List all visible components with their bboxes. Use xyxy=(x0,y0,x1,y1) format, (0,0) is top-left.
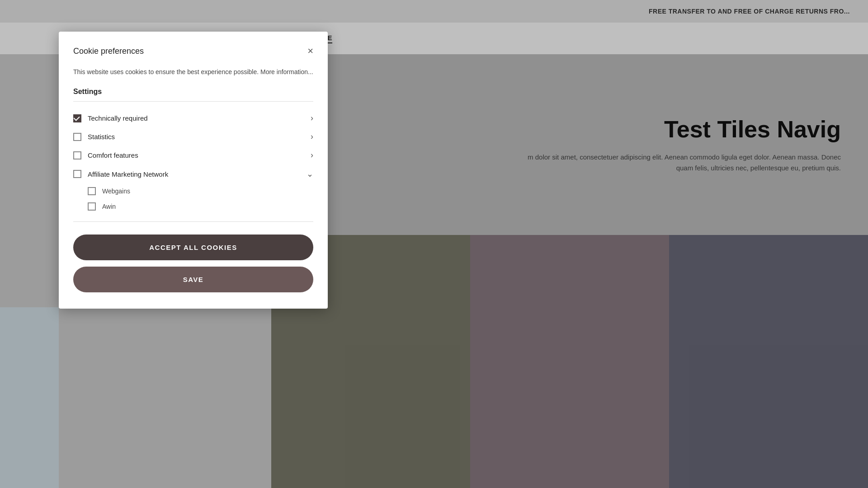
cookie-item-technically-required: Technically required › xyxy=(73,109,313,127)
cookie-item-comfort-features: Comfort features › xyxy=(73,146,313,164)
settings-label: Settings xyxy=(73,88,313,96)
sub-label-webgains: Webgains xyxy=(102,188,130,195)
cookie-item-statistics: Statistics › xyxy=(73,127,313,146)
dialog-description: This website uses cookies to ensure the … xyxy=(73,67,313,77)
checkbox-webgains[interactable] xyxy=(88,187,96,195)
cookie-label-technically-required: Technically required xyxy=(88,114,148,122)
save-button[interactable]: SAVE xyxy=(73,267,313,292)
checkbox-statistics[interactable] xyxy=(73,133,81,141)
cookie-label-affiliate-marketing: Affiliate Marketing Network xyxy=(88,170,168,178)
cookie-label-comfort-features: Comfort features xyxy=(88,151,138,159)
checkbox-awin[interactable] xyxy=(88,202,96,211)
settings-divider xyxy=(73,101,313,102)
checkbox-technically-required[interactable] xyxy=(73,114,81,122)
cookie-label-statistics: Statistics xyxy=(88,133,115,141)
accept-all-cookies-button[interactable]: ACCEPT ALL COOKIES xyxy=(73,235,313,260)
cookie-dialog: Cookie preferences × This website uses c… xyxy=(59,32,328,309)
bottom-divider xyxy=(73,221,313,222)
chevron-right-comfort-features[interactable]: › xyxy=(311,150,313,160)
sub-item-awin: Awin xyxy=(88,199,313,214)
dialog-title: Cookie preferences xyxy=(73,47,144,56)
affiliate-sub-items: Webgains Awin xyxy=(73,183,313,214)
cookie-item-affiliate-marketing: Affiliate Marketing Network ⌄ xyxy=(73,164,313,183)
checkbox-comfort-features[interactable] xyxy=(73,151,81,160)
chevron-down-affiliate-marketing[interactable]: ⌄ xyxy=(307,169,313,179)
checkbox-affiliate-marketing[interactable] xyxy=(73,170,81,178)
close-button[interactable]: × xyxy=(307,46,313,56)
sub-label-awin: Awin xyxy=(102,203,116,210)
sub-item-webgains: Webgains xyxy=(88,183,313,199)
chevron-right-statistics[interactable]: › xyxy=(311,132,313,141)
dialog-header: Cookie preferences × xyxy=(73,46,313,56)
chevron-right-technically-required[interactable]: › xyxy=(311,113,313,123)
